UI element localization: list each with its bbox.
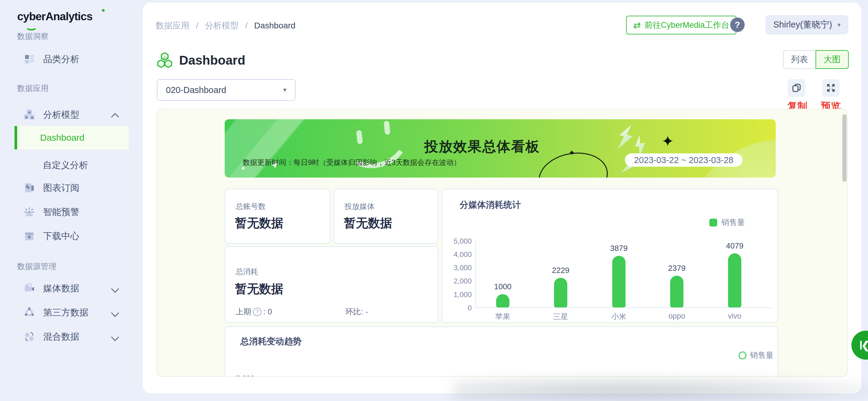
- ratio-label: 环比:: [345, 307, 363, 317]
- sidebar-section-datasource: 数据源管理: [17, 261, 56, 272]
- user-menu[interactable]: Shirley(董晓宁) ▾: [766, 15, 848, 34]
- dashboard-select[interactable]: 020-Dashboard ▾: [157, 79, 296, 101]
- bar-chart-plot: 5,000 4,000 3,000 2,000 1,000 0 1000苹果22…: [442, 189, 777, 322]
- chevron-left-icon: ❮: [861, 339, 868, 351]
- bar-value-label: 3879: [601, 244, 637, 253]
- brand-logo-text: cyberAnalytics: [17, 10, 92, 23]
- stat-value: 暂无数据: [235, 215, 283, 231]
- banner-date-range: 2023-03-22 ~ 2023-03-28: [625, 153, 743, 167]
- logo-dot-accent: [102, 9, 105, 12]
- third-party-icon: [23, 306, 36, 319]
- prev-label: 上期: [236, 307, 251, 317]
- sidebar-item-label: 图表订阅: [43, 182, 79, 194]
- logo-smile-accent: [25, 23, 37, 30]
- y-tick: 4,000: [444, 250, 472, 259]
- legend-ring-swatch: [739, 351, 746, 359]
- trend-chart-card: 总消耗变动趋势 销售量 5,000 4079: [225, 326, 778, 377]
- caret-down-icon: ▾: [838, 21, 841, 28]
- sidebar-item-smart-alert[interactable]: 智能预警: [0, 203, 143, 221]
- sidebar-item-label: 品类分析: [43, 53, 79, 65]
- sidebar: cyberAnalytics 数据洞察 品类分析 数据应用 分析模型 Dashb…: [0, 0, 143, 401]
- bar-chart-card: 分媒体消耗统计 销售量 5,000 4,000 3,000 2,000 1,00…: [442, 189, 778, 323]
- sidebar-item-download-center[interactable]: 下载中心: [0, 227, 143, 245]
- download-icon: [23, 229, 36, 243]
- x-category-label: oppo: [659, 312, 695, 320]
- bar-value-label: 4079: [717, 241, 753, 251]
- chevron-down-icon[interactable]: [111, 333, 119, 341]
- breadcrumb-separator: /: [196, 21, 198, 30]
- dashboard-preview-card: ✦ ✦ ✦ ✦ 投放效果总体看板 数据更新时间：每日9时（受媒体归因影响，近3天…: [157, 109, 848, 377]
- app-root: cyberAnalytics 数据洞察 品类分析 数据应用 分析模型 Dashb…: [0, 0, 868, 401]
- y-tick: 5,000: [444, 237, 472, 246]
- sidebar-item-mixed-data[interactable]: 混合数据: [0, 327, 143, 346]
- user-name: Shirley(董晓宁): [773, 19, 832, 31]
- goto-cybermedia-button[interactable]: ⇄ 前往CyberMedia工作台: [626, 16, 737, 34]
- y-tick: 1,000: [444, 290, 472, 299]
- bar-三星[interactable]: [554, 278, 567, 307]
- caret-down-icon: ▾: [283, 86, 286, 94]
- banner-update-note: 数据更新时间：每日9时（受媒体归因影响，近3天数据会存在波动）: [243, 157, 461, 167]
- stat-label: 投放媒体: [344, 201, 375, 211]
- chevron-down-icon[interactable]: [111, 285, 119, 293]
- sidebar-section-apps: 数据应用: [17, 83, 49, 94]
- question-circle-icon[interactable]: ?: [253, 308, 261, 316]
- breadcrumb-item[interactable]: 分析模型: [205, 21, 239, 30]
- copy-button[interactable]: [788, 79, 805, 97]
- breadcrumb-separator: /: [245, 21, 248, 30]
- view-toggle-list[interactable]: 列表: [783, 50, 815, 69]
- banner: ✦ ✦ ✦ ✦ 投放效果总体看板 数据更新时间：每日9时（受媒体归因影响，近3天…: [225, 119, 776, 177]
- fullscreen-preview-button[interactable]: [822, 79, 840, 97]
- dashboard-cubes-icon: [156, 52, 173, 68]
- chevron-down-icon[interactable]: [111, 309, 119, 317]
- y-axis: [475, 241, 476, 307]
- y-tick: 2,000: [444, 277, 472, 285]
- scrollbar-thumb[interactable]: [842, 114, 846, 182]
- view-toggle: 列表 大图: [783, 50, 849, 69]
- stat-value: 暂无数据: [344, 215, 392, 231]
- sidebar-item-category-analysis[interactable]: 品类分析: [0, 50, 143, 68]
- stat-card-total-accounts: 总账号数 暂无数据: [225, 189, 330, 244]
- sidebar-item-dashboard-active[interactable]: Dashboard: [14, 126, 129, 149]
- bar-oppo[interactable]: [670, 276, 683, 307]
- sidebar-item-media-data[interactable]: 媒体数据: [0, 279, 143, 297]
- bar-苹果[interactable]: [496, 294, 509, 307]
- bottom-shadow-decoration: [453, 377, 868, 401]
- sidebar-item-thirdparty-data[interactable]: 第三方数据: [0, 304, 143, 322]
- stat-label: 总账号数: [236, 201, 266, 211]
- bar-小米[interactable]: [612, 256, 625, 307]
- swap-arrows-icon: ⇄: [633, 20, 641, 30]
- bar-value-label: 1000: [485, 282, 521, 291]
- y-tick: 5,000: [236, 374, 254, 377]
- ratio-value: -: [365, 307, 368, 316]
- bar-value-label: 2229: [542, 266, 579, 275]
- point-label: 4079: [690, 375, 707, 377]
- sidebar-section-insight: 数据洞察: [17, 31, 49, 42]
- y-tick: 0: [444, 304, 472, 312]
- stat-value: 暂无数据: [235, 281, 283, 297]
- bar-vivo[interactable]: [728, 253, 741, 307]
- dashboard-select-value: 020-Dashboard: [166, 85, 226, 95]
- sidebar-item-label: 智能预警: [43, 206, 79, 218]
- sidebar-item-analysis-model[interactable]: 分析模型: [0, 106, 143, 124]
- stat-previous-period: 上期 ? : 0: [236, 307, 272, 317]
- view-toggle-large[interactable]: 大图: [815, 50, 849, 69]
- brand-logo: cyberAnalytics: [17, 10, 92, 23]
- bar-value-label: 2379: [659, 264, 695, 273]
- stat-label: 总消耗: [236, 267, 258, 277]
- sidebar-item-chart-subscribe[interactable]: 图表订阅: [0, 179, 143, 197]
- prev-value: : 0: [263, 307, 272, 316]
- main-panel: 数据应用 / 分析模型 / Dashboard ⇄ 前往CyberMedia工作…: [143, 2, 861, 394]
- sidebar-item-custom-analysis[interactable]: 自定义分析: [43, 159, 88, 172]
- legend-label: 销售量: [750, 350, 774, 361]
- alert-icon: [23, 205, 36, 219]
- breadcrumb-item-current: Dashboard: [254, 21, 296, 30]
- chevron-up-icon[interactable]: [111, 113, 119, 121]
- mixed-data-icon: [23, 330, 36, 343]
- trend-chart-title: 总消耗变动趋势: [240, 336, 302, 348]
- help-icon[interactable]: ?: [730, 18, 745, 32]
- media-camera-icon: [23, 282, 36, 295]
- x-axis: [475, 307, 773, 308]
- breadcrumb-item[interactable]: 数据应用: [156, 21, 189, 30]
- trend-chart-legend[interactable]: 销售量: [739, 350, 774, 361]
- x-category-label: vivo: [717, 312, 753, 320]
